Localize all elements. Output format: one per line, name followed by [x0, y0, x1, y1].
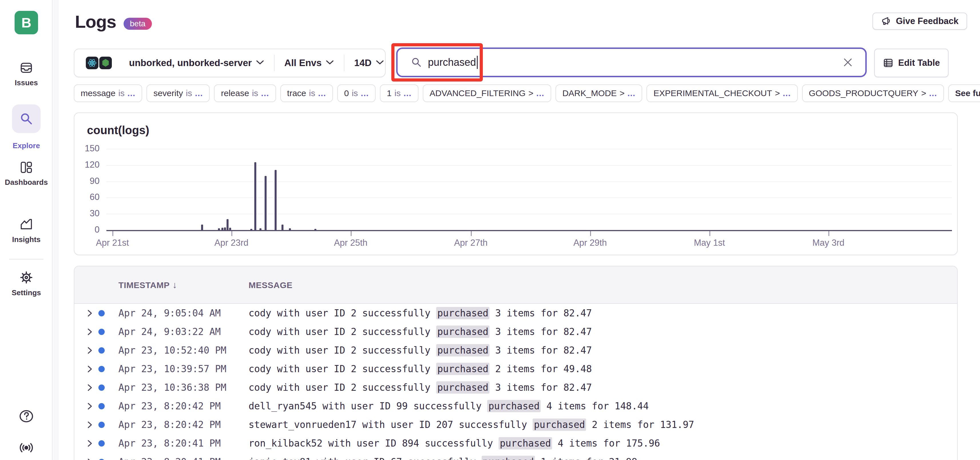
log-message-after: 4 items for 148.44	[541, 401, 649, 412]
chart-bar[interactable]	[229, 228, 231, 230]
expand-chevron-icon[interactable]	[86, 365, 93, 373]
sidebar-item-insights[interactable]: Insights	[0, 218, 52, 244]
table-row[interactable]: Apr 23, 10:39:57 PM cody with user ID 2 …	[74, 360, 957, 378]
filter-chip-0[interactable]: 0is...	[337, 84, 375, 102]
log-message-after: 3 items for 82.47	[489, 345, 592, 356]
filter-chip-experimental_checkout[interactable]: EXPERIMENTAL_CHECKOUT>...	[646, 84, 797, 102]
give-feedback-button[interactable]: Give Feedback	[872, 13, 967, 30]
chart-bar[interactable]	[201, 224, 203, 230]
chart-gridline	[107, 197, 952, 198]
page-filter-bar: unborked, unborked-server All Envs 14D	[74, 49, 386, 77]
text-caret	[477, 56, 478, 69]
y-axis-tick-label: 0	[76, 224, 100, 235]
scrollbar-gutter	[53, 0, 59, 460]
logs-search-input[interactable]: purchased	[396, 48, 867, 77]
log-message-before: cody with user ID 2 successfully	[248, 326, 436, 337]
clear-search-icon[interactable]	[842, 56, 854, 68]
chart-bar[interactable]	[275, 170, 277, 230]
sidebar-item-explore[interactable]	[12, 104, 41, 133]
table-row[interactable]: Apr 23, 10:36:38 PM cody with user ID 2 …	[74, 378, 957, 397]
table-row[interactable]: Apr 24, 9:03:22 AM cody with user ID 2 s…	[74, 322, 957, 341]
log-message: ron_kilback52 with user ID 894 successfu…	[248, 434, 660, 452]
chart-plot-area[interactable]	[107, 149, 952, 231]
x-axis-tick	[710, 231, 710, 236]
log-timestamp: Apr 23, 10:36:38 PM	[118, 378, 227, 397]
table-row[interactable]: Apr 23, 8:20:41 PM janie_toy81 with user…	[74, 452, 957, 460]
beta-badge: beta	[124, 18, 152, 30]
x-axis-tick	[590, 231, 591, 236]
expand-chevron-icon[interactable]	[86, 440, 93, 447]
sidebar-item-label: Dashboards	[0, 178, 52, 187]
chart-bar[interactable]	[282, 224, 283, 230]
log-message: cody with user ID 2 successfully purchas…	[248, 304, 592, 322]
filter-chip-dark_mode[interactable]: DARK_MODE>...	[555, 84, 643, 102]
help-button[interactable]	[0, 409, 52, 423]
environment-selector[interactable]: All Envs	[284, 57, 321, 68]
log-message-before: cody with user ID 2 successfully	[248, 382, 436, 393]
edit-table-button[interactable]: Edit Table	[874, 49, 948, 77]
column-header-timestamp[interactable]: TIMESTAMP ↓	[118, 266, 177, 304]
filter-chip-trace[interactable]: traceis...	[280, 84, 333, 102]
table-row[interactable]: Apr 23, 8:20:41 PM ron_kilback52 with us…	[74, 434, 957, 452]
log-message: stewart_vonrueden17 with user ID 207 suc…	[248, 415, 694, 434]
expand-chevron-icon[interactable]	[86, 421, 93, 428]
chart-grid-area	[107, 149, 952, 230]
chart-bar[interactable]	[221, 228, 223, 230]
y-axis-tick-label: 30	[76, 208, 100, 218]
severity-dot	[99, 422, 105, 428]
chart-gridline	[107, 149, 952, 149]
see-full-list-chip[interactable]: See full list	[948, 84, 980, 102]
sidebar-item-label: Insights	[0, 235, 52, 244]
chart-bar[interactable]	[265, 176, 267, 230]
project-selector[interactable]: unborked, unborked-server	[129, 57, 252, 68]
chart-bar[interactable]	[254, 162, 256, 230]
sidebar: B Issues Explore Dashboards	[0, 0, 52, 460]
divider	[274, 55, 275, 71]
filter-chip-goods_productquery[interactable]: GOODS_PRODUCTQUERY>...	[802, 84, 944, 102]
filter-chip-advanced_filtering[interactable]: ADVANCED_FILTERING>...	[423, 84, 551, 102]
x-axis-tick-label: Apr 21st	[96, 238, 129, 248]
log-message-match: purchased	[436, 307, 490, 319]
expand-chevron-icon[interactable]	[86, 328, 93, 336]
date-range-selector[interactable]: 14D	[354, 57, 372, 68]
expand-chevron-icon[interactable]	[86, 384, 93, 392]
filter-chip-severity[interactable]: severityis...	[146, 84, 210, 102]
expand-chevron-icon[interactable]	[86, 310, 93, 317]
divider	[344, 55, 344, 71]
severity-dot	[99, 329, 105, 335]
sidebar-item-issues[interactable]: Issues	[0, 61, 52, 87]
status-button[interactable]	[0, 441, 52, 455]
sidebar-item-settings[interactable]: Settings	[0, 271, 52, 297]
filter-chip-message[interactable]: messageis...	[74, 84, 142, 102]
insights-icon	[0, 218, 52, 231]
expand-chevron-icon[interactable]	[86, 458, 93, 460]
log-timestamp: Apr 24, 9:05:04 AM	[118, 304, 221, 322]
severity-dot	[99, 310, 105, 317]
chart-gridline	[107, 214, 952, 214]
log-timestamp: Apr 23, 8:20:42 PM	[118, 415, 221, 434]
expand-chevron-icon[interactable]	[86, 347, 93, 354]
log-message-before: cody with user ID 2 successfully	[248, 363, 436, 374]
filter-chip-1[interactable]: 1is...	[380, 84, 418, 102]
log-message-before: cody with user ID 2 successfully	[248, 307, 436, 319]
org-avatar[interactable]: B	[14, 11, 38, 34]
log-message-match: purchased	[436, 344, 490, 357]
chart-bar[interactable]	[224, 228, 226, 230]
x-axis-tick-label: Apr 29th	[573, 238, 607, 248]
sidebar-item-explore-label[interactable]: Explore	[0, 137, 52, 150]
table-row[interactable]: Apr 23, 8:20:42 PM dell_ryan545 with use…	[74, 397, 957, 415]
log-message-after: 3 items for 82.47	[489, 382, 592, 393]
table-row[interactable]: Apr 24, 9:05:04 AM cody with user ID 2 s…	[74, 304, 957, 322]
chart-bar[interactable]	[227, 219, 229, 230]
expand-chevron-icon[interactable]	[86, 403, 93, 410]
sidebar-item-dashboards[interactable]: Dashboards	[0, 161, 52, 187]
column-header-message[interactable]: MESSAGE	[248, 266, 293, 304]
org-avatar-letter: B	[21, 15, 32, 30]
table-row[interactable]: Apr 23, 8:20:42 PM stewart_vonrueden17 w…	[74, 415, 957, 434]
logs-table-body: Apr 24, 9:05:04 AM cody with user ID 2 s…	[74, 304, 957, 460]
logs-table-header: TIMESTAMP ↓ MESSAGE	[74, 266, 957, 304]
table-row[interactable]: Apr 23, 10:52:40 PM cody with user ID 2 …	[74, 341, 957, 360]
filter-chip-release[interactable]: releaseis...	[214, 84, 276, 102]
logs-table: TIMESTAMP ↓ MESSAGE Apr 24, 9:05:04 AM c…	[74, 266, 958, 460]
chart-gridline	[107, 181, 952, 182]
